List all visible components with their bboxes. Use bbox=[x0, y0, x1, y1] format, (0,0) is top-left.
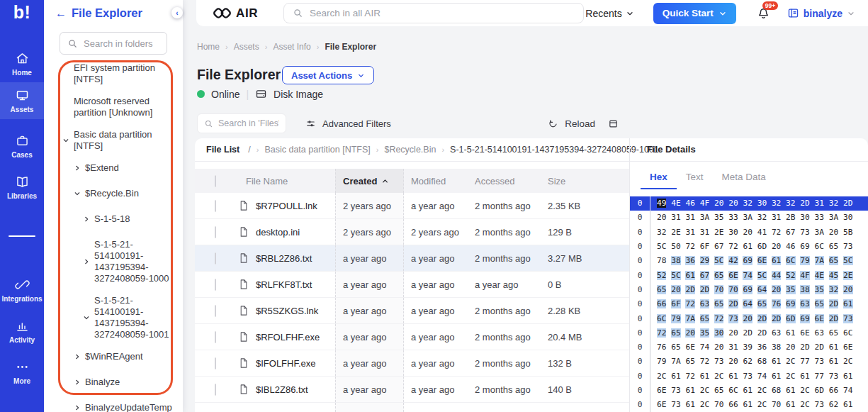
row-checkbox[interactable] bbox=[215, 305, 216, 317]
hex-byte[interactable]: 31 bbox=[685, 213, 694, 222]
hex-byte[interactable]: 63 bbox=[800, 299, 809, 308]
row-checkbox[interactable] bbox=[215, 357, 216, 369]
column-header-size[interactable]: Size bbox=[541, 176, 629, 186]
hex-byte[interactable]: 7A bbox=[815, 256, 824, 265]
hex-byte[interactable]: 31 bbox=[700, 228, 709, 237]
hex-byte[interactable]: 61 bbox=[772, 372, 781, 381]
hex-byte[interactable]: 31 bbox=[772, 213, 781, 222]
hex-byte[interactable]: 65 bbox=[671, 328, 680, 338]
column-header-accessed[interactable]: Accessed bbox=[468, 176, 541, 186]
table-row[interactable]: $IFOLFHF.exea year agoa year ago2 months… bbox=[195, 350, 629, 377]
hex-byte[interactable]: 32 bbox=[772, 199, 781, 208]
hex-byte[interactable]: 2D bbox=[843, 199, 852, 208]
hex-byte[interactable]: 61 bbox=[843, 372, 852, 381]
global-search-input[interactable] bbox=[310, 8, 575, 18]
quick-start-button[interactable]: Quick Start bbox=[653, 3, 736, 24]
hex-byte[interactable]: 31 bbox=[815, 199, 824, 208]
hex-byte[interactable]: 5B bbox=[843, 228, 852, 237]
breadcrumb-item[interactable]: Home bbox=[197, 42, 220, 52]
hex-byte[interactable]: 70 bbox=[714, 400, 723, 409]
hex-byte[interactable]: 61 bbox=[728, 372, 738, 381]
column-header-created[interactable]: Created bbox=[335, 169, 404, 193]
hex-byte[interactable]: 69 bbox=[786, 299, 795, 308]
hex-byte[interactable]: 61 bbox=[786, 328, 795, 338]
hex-byte[interactable]: 32 bbox=[786, 199, 795, 208]
hex-byte[interactable]: 65 bbox=[714, 299, 723, 308]
hex-byte[interactable]: 68 bbox=[757, 357, 767, 366]
hex-byte[interactable]: 65 bbox=[714, 271, 723, 280]
hex-byte[interactable]: 49 bbox=[657, 199, 666, 208]
hex-byte[interactable]: 61 bbox=[786, 386, 795, 395]
hex-byte[interactable]: 52 bbox=[786, 271, 795, 280]
tree-item-folder[interactable]: BinalyzeUpdateTemp bbox=[44, 402, 183, 412]
path-item[interactable]: $Recycle.Bin bbox=[384, 145, 436, 155]
hex-byte[interactable]: 73 bbox=[843, 314, 852, 323]
tree-item-folder[interactable]: Microsoft reserved partition [Unknown] bbox=[44, 96, 183, 118]
tree-item-folder[interactable]: $Recycle.Bin bbox=[44, 188, 183, 199]
hex-byte[interactable]: 30 bbox=[800, 213, 809, 222]
hex-byte[interactable]: 6E bbox=[800, 328, 809, 338]
tree-item-folder[interactable]: $Extend bbox=[44, 162, 183, 174]
chevron-right-icon[interactable] bbox=[74, 353, 85, 360]
table-row[interactable]: $RFOLFHF.exea year agoa year ago2 months… bbox=[195, 324, 629, 350]
recents-dropdown[interactable]: Recents bbox=[585, 8, 633, 19]
hex-byte[interactable]: 72 bbox=[685, 242, 694, 251]
hex-byte[interactable]: 6C bbox=[843, 328, 852, 338]
hex-byte[interactable]: 65 bbox=[757, 299, 767, 308]
table-row[interactable]: $R7POULL.lnk2 years agoa year ago2 month… bbox=[195, 193, 629, 219]
hex-byte[interactable]: 38 bbox=[800, 285, 809, 294]
tab-meta-data[interactable]: Meta Data bbox=[713, 165, 775, 189]
hex-byte[interactable]: 65 bbox=[671, 343, 680, 352]
hex-byte[interactable]: 69 bbox=[800, 314, 809, 323]
chevron-down-icon[interactable] bbox=[83, 314, 94, 321]
hex-byte[interactable]: 31 bbox=[728, 343, 738, 352]
tree-item-folder[interactable]: Binalyze bbox=[44, 377, 183, 388]
hex-byte[interactable]: 20 bbox=[714, 199, 723, 208]
sidebar-item-home[interactable]: Home bbox=[0, 45, 44, 82]
hex-byte[interactable]: 35 bbox=[700, 328, 709, 338]
hex-byte[interactable]: 70 bbox=[714, 285, 723, 294]
hex-byte[interactable]: 61 bbox=[685, 400, 694, 409]
sidebar-item-libraries[interactable]: Libraries bbox=[0, 169, 44, 206]
hex-byte[interactable]: 32 bbox=[743, 199, 752, 208]
hex-byte[interactable]: 4E bbox=[815, 271, 824, 280]
hex-byte[interactable]: 72 bbox=[700, 357, 709, 366]
hex-byte[interactable]: 33 bbox=[728, 213, 738, 222]
hex-byte[interactable]: 20 bbox=[714, 343, 723, 352]
sidebar-item-more[interactable]: More bbox=[0, 354, 44, 391]
table-columns-icon[interactable] bbox=[608, 118, 619, 129]
table-row[interactable]: $RLFKF8T.txta year agoa year agoa year a… bbox=[195, 272, 629, 298]
hex-byte[interactable]: 2C bbox=[843, 357, 852, 366]
reload-button[interactable]: Reload bbox=[548, 118, 595, 129]
hex-byte[interactable]: 4F bbox=[800, 271, 809, 280]
hex-byte[interactable]: 73 bbox=[800, 228, 809, 237]
hex-byte[interactable]: 6F bbox=[700, 242, 709, 251]
hex-byte[interactable]: 61 bbox=[829, 357, 838, 366]
hex-byte[interactable]: 62 bbox=[743, 357, 752, 366]
hex-byte[interactable]: 30 bbox=[714, 328, 723, 338]
tree-item-folder[interactable]: S-1-5-21-514100191-1437195394-3272408059… bbox=[44, 239, 183, 284]
hex-byte[interactable]: 61 bbox=[685, 386, 694, 395]
hex-byte[interactable]: 73 bbox=[843, 242, 852, 251]
hex-byte[interactable]: 32 bbox=[657, 228, 666, 237]
row-checkbox[interactable] bbox=[215, 279, 216, 291]
sidebar-item-activity[interactable]: Activity bbox=[0, 313, 44, 350]
hex-byte[interactable]: 2C bbox=[786, 372, 795, 381]
hex-byte[interactable]: 2D bbox=[685, 285, 694, 294]
sidebar-item-integrations[interactable]: Integrations bbox=[0, 272, 44, 308]
hex-byte[interactable]: 6D bbox=[815, 386, 824, 395]
hex-byte[interactable]: 29 bbox=[700, 256, 709, 265]
hex-byte[interactable]: 20 bbox=[743, 228, 752, 237]
hex-byte[interactable]: 74 bbox=[843, 386, 852, 395]
select-all-checkbox[interactable] bbox=[215, 175, 216, 187]
hex-byte[interactable]: 20 bbox=[671, 285, 680, 294]
hex-byte[interactable]: 2C bbox=[800, 386, 809, 395]
hex-byte[interactable]: 61 bbox=[772, 357, 781, 366]
hex-byte[interactable]: 20 bbox=[728, 328, 738, 338]
hex-byte[interactable]: 5C bbox=[843, 256, 852, 265]
hex-byte[interactable]: 38 bbox=[671, 256, 680, 265]
hex-byte[interactable]: 72 bbox=[685, 299, 694, 308]
sidebar-item-assets[interactable]: Assets bbox=[0, 82, 44, 119]
hex-byte[interactable]: 41 bbox=[757, 228, 767, 237]
hex-byte[interactable]: 6E bbox=[685, 343, 694, 352]
